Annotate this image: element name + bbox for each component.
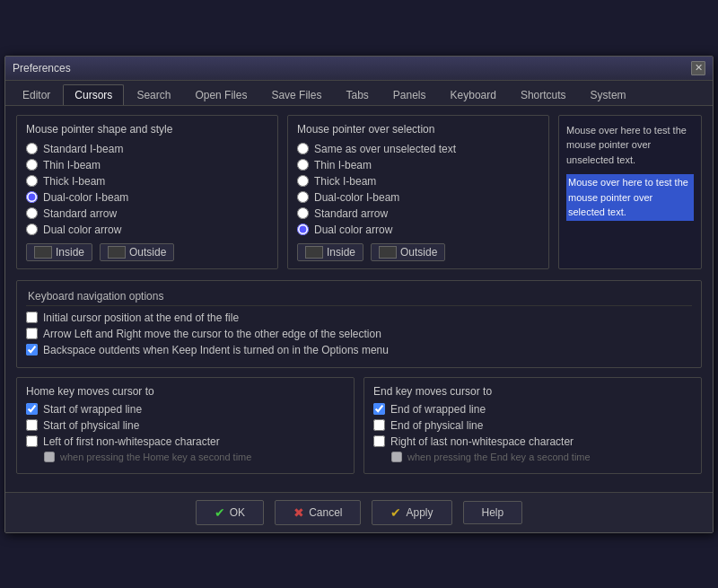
preview-box: Mouse over here to test the mouse pointe… bbox=[558, 115, 702, 269]
help-button[interactable]: Help bbox=[463, 501, 523, 524]
preview-selected-text: Mouse over here to test the mouse pointe… bbox=[566, 174, 694, 221]
keyboard-section-title: Keyboard navigation options bbox=[26, 290, 692, 306]
radio-standard-ibeam[interactable]: Standard I-beam bbox=[26, 143, 268, 155]
radio-dual-color-arrow[interactable]: Dual color arrow bbox=[26, 224, 268, 236]
kb-option-backspace[interactable]: Backspace outdents when Keep Indent is t… bbox=[26, 344, 692, 356]
apply-button[interactable]: ✔ Apply bbox=[372, 500, 451, 525]
cancel-icon: ✖ bbox=[293, 505, 304, 520]
tab-open-files[interactable]: Open Files bbox=[183, 84, 258, 105]
tab-shortcuts[interactable]: Shortcuts bbox=[509, 84, 578, 105]
home-non-whitespace[interactable]: Left of first non-whitespace character bbox=[26, 435, 345, 448]
end-non-whitespace[interactable]: Right of last non-whitespace character bbox=[373, 435, 692, 448]
end-wrapped-line[interactable]: End of wrapped line bbox=[373, 403, 692, 416]
bottom-panels: Home key moves cursor to Start of wrappe… bbox=[16, 377, 702, 474]
preferences-window: Preferences ✕ Editor Cursors Search Open… bbox=[4, 56, 714, 533]
tab-cursors[interactable]: Cursors bbox=[63, 84, 124, 105]
sel-inside-swatch bbox=[305, 246, 323, 259]
sel-radio-standard-arrow[interactable]: Standard arrow bbox=[297, 207, 539, 220]
shape-inside-btn[interactable]: Inside bbox=[26, 243, 92, 261]
tab-panels[interactable]: Panels bbox=[381, 84, 438, 105]
ok-icon: ✔ bbox=[215, 505, 225, 520]
main-content: Mouse pointer shape and style Standard I… bbox=[5, 106, 713, 492]
home-physical-line[interactable]: Start of physical line bbox=[26, 419, 345, 432]
shape-inside-swatch bbox=[34, 246, 52, 259]
sel-outside-swatch bbox=[379, 246, 397, 259]
shape-outside-btn[interactable]: Outside bbox=[100, 243, 174, 261]
home-key-panel: Home key moves cursor to Start of wrappe… bbox=[16, 377, 355, 474]
keyboard-section: Keyboard navigation options Initial curs… bbox=[16, 280, 702, 368]
sel-radio-same[interactable]: Same as over unselected text bbox=[297, 143, 539, 155]
mouse-shape-panel: Mouse pointer shape and style Standard I… bbox=[16, 115, 278, 269]
tab-keyboard[interactable]: Keyboard bbox=[439, 84, 508, 105]
home-wrapped-line[interactable]: Start of wrapped line bbox=[26, 403, 345, 416]
cancel-button[interactable]: ✖ Cancel bbox=[275, 500, 361, 525]
end-key-panel: End key moves cursor to End of wrapped l… bbox=[363, 377, 702, 474]
sel-radio-dual-color-ibeam[interactable]: Dual-color I-beam bbox=[297, 191, 539, 204]
mouse-selection-panel: Mouse pointer over selection Same as ove… bbox=[287, 115, 549, 269]
end-key-title: End key moves cursor to bbox=[373, 385, 692, 398]
top-section: Mouse pointer shape and style Standard I… bbox=[16, 115, 702, 269]
sel-radio-thick-ibeam[interactable]: Thick I-beam bbox=[297, 175, 539, 188]
preview-unselected-text: Mouse over here to test the mouse pointe… bbox=[566, 123, 694, 168]
title-bar: Preferences ✕ bbox=[5, 57, 713, 81]
tab-tabs[interactable]: Tabs bbox=[334, 84, 380, 105]
shape-outside-swatch bbox=[108, 246, 126, 259]
sel-outside-btn[interactable]: Outside bbox=[371, 243, 445, 261]
end-second-press[interactable]: when pressing the End key a second time bbox=[373, 452, 692, 462]
kb-option-arrow-edge[interactable]: Arrow Left and Right move the cursor to … bbox=[26, 328, 692, 340]
mouse-selection-title: Mouse pointer over selection bbox=[297, 123, 539, 136]
shape-color-row: Inside Outside bbox=[26, 243, 268, 261]
footer: ✔ OK ✖ Cancel ✔ Apply Help bbox=[5, 492, 713, 532]
radio-thick-ibeam[interactable]: Thick I-beam bbox=[26, 175, 268, 188]
home-key-title: Home key moves cursor to bbox=[26, 385, 345, 398]
close-button[interactable]: ✕ bbox=[691, 61, 705, 75]
mouse-shape-title: Mouse pointer shape and style bbox=[26, 123, 268, 136]
sel-color-row: Inside Outside bbox=[297, 243, 539, 261]
sel-radio-thin-ibeam[interactable]: Thin I-beam bbox=[297, 159, 539, 171]
kb-option-cursor-end[interactable]: Initial cursor position at the end of th… bbox=[26, 312, 692, 324]
sel-radio-dual-color-arrow[interactable]: Dual color arrow bbox=[297, 224, 539, 236]
tab-system[interactable]: System bbox=[579, 84, 638, 105]
radio-dual-color-ibeam[interactable]: Dual-color I-beam bbox=[26, 191, 268, 204]
apply-icon: ✔ bbox=[390, 505, 401, 520]
tab-bar: Editor Cursors Search Open Files Save Fi… bbox=[5, 81, 713, 106]
radio-thin-ibeam[interactable]: Thin I-beam bbox=[26, 159, 268, 171]
home-second-press[interactable]: when pressing the Home key a second time bbox=[26, 452, 345, 462]
tab-search[interactable]: Search bbox=[125, 84, 182, 105]
radio-standard-arrow[interactable]: Standard arrow bbox=[26, 207, 268, 220]
ok-button[interactable]: ✔ OK bbox=[196, 500, 264, 525]
tab-editor[interactable]: Editor bbox=[11, 84, 62, 105]
end-physical-line[interactable]: End of physical line bbox=[373, 419, 692, 432]
sel-inside-btn[interactable]: Inside bbox=[297, 243, 363, 261]
tab-save-files[interactable]: Save Files bbox=[259, 84, 333, 105]
window-title: Preferences bbox=[13, 62, 71, 75]
